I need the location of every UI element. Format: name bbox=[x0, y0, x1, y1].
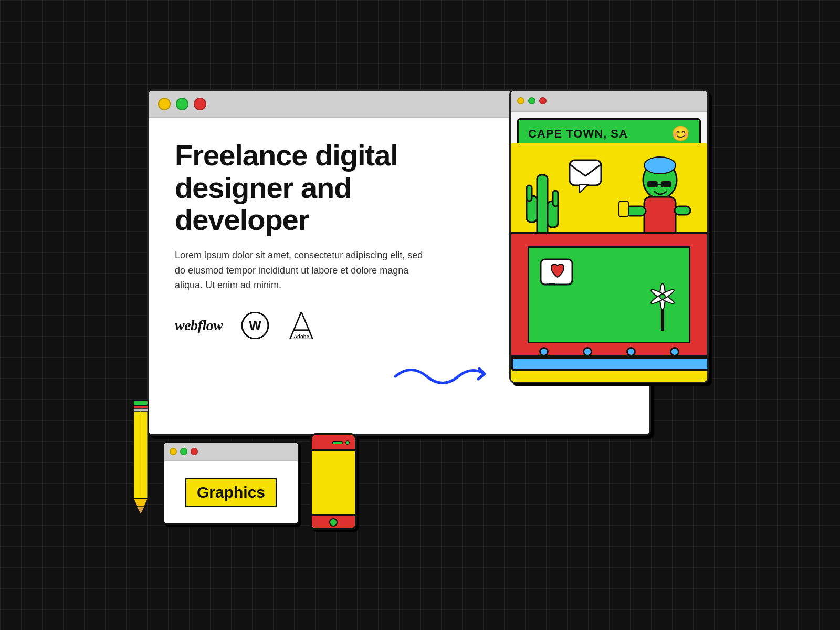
svg-rect-22 bbox=[675, 206, 690, 215]
phone-body bbox=[312, 451, 355, 514]
phone-speaker bbox=[332, 441, 343, 444]
graphics-tl-red[interactable] bbox=[191, 448, 198, 455]
location-window: CAPE TOWN, SA 😊 bbox=[509, 89, 709, 383]
laptop-screen bbox=[511, 232, 707, 358]
phone-top bbox=[312, 435, 355, 451]
graphics-label: Graphics bbox=[197, 484, 265, 501]
wind-turbine-icon bbox=[647, 281, 678, 333]
svg-rect-12 bbox=[570, 160, 601, 185]
adobe-logo: Adobe bbox=[288, 312, 315, 339]
squiggle-arrow bbox=[390, 361, 495, 392]
heart-bubble-icon bbox=[540, 258, 578, 292]
phone-bottom bbox=[312, 514, 355, 528]
svg-text:Adobe: Adobe bbox=[294, 333, 310, 339]
body-text: Lorem ipsum dolor sit amet, consectetur … bbox=[175, 248, 427, 293]
svg-rect-17 bbox=[661, 181, 671, 187]
svg-rect-16 bbox=[647, 181, 658, 187]
graphics-window: Graphics bbox=[163, 441, 299, 525]
location-titlebar bbox=[511, 91, 707, 112]
svg-marker-13 bbox=[579, 184, 589, 193]
phone-camera bbox=[345, 440, 350, 445]
graphics-badge: Graphics bbox=[185, 478, 277, 507]
loc-tl-yellow[interactable] bbox=[517, 97, 524, 104]
graphics-tl-green[interactable] bbox=[180, 448, 187, 455]
loc-tl-red[interactable] bbox=[539, 97, 547, 104]
svg-rect-21 bbox=[619, 201, 628, 217]
svg-rect-10 bbox=[553, 191, 558, 206]
graphics-body: Graphics bbox=[164, 461, 298, 523]
traffic-light-yellow[interactable] bbox=[158, 98, 171, 110]
webflow-logo: webflow bbox=[175, 317, 223, 334]
svg-point-37 bbox=[660, 294, 665, 299]
loc-tl-green[interactable] bbox=[528, 97, 536, 104]
main-scene: Freelance digital designer and developer… bbox=[131, 89, 709, 541]
svg-marker-40 bbox=[136, 507, 145, 514]
illustration-area bbox=[511, 143, 707, 382]
traffic-light-green[interactable] bbox=[176, 98, 188, 110]
laptop-base bbox=[511, 356, 707, 371]
wordpress-logo: W bbox=[242, 312, 269, 339]
laptop-inner bbox=[528, 246, 690, 343]
emoji-icon: 😊 bbox=[671, 125, 690, 142]
location-text: CAPE TOWN, SA bbox=[528, 127, 628, 141]
graphics-tl-yellow[interactable] bbox=[170, 448, 177, 455]
phone-home-button[interactable] bbox=[329, 518, 338, 527]
pencil-decoration bbox=[131, 399, 150, 520]
svg-rect-43 bbox=[133, 400, 148, 405]
graphics-titlebar bbox=[164, 443, 298, 461]
phone-decoration bbox=[310, 433, 357, 530]
svg-rect-8 bbox=[527, 185, 532, 201]
svg-text:W: W bbox=[249, 318, 262, 333]
traffic-light-red[interactable] bbox=[194, 98, 206, 110]
svg-point-15 bbox=[644, 157, 676, 174]
headline: Freelance digital designer and developer bbox=[175, 139, 448, 236]
